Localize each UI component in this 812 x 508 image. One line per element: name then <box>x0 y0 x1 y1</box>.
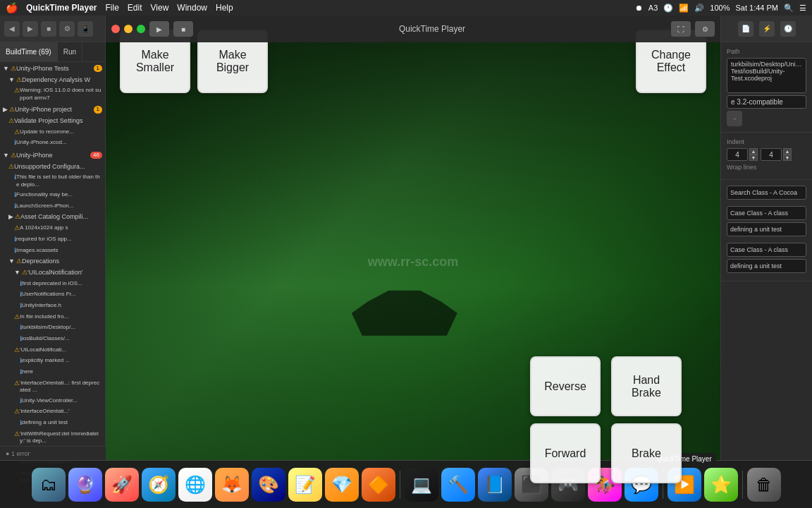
tree-item-project[interactable]: ▶ ⚠ Unity-iPhone project 1 <box>0 104 105 116</box>
menubar-window[interactable]: Window <box>177 3 207 13</box>
qt-settings-btn[interactable]: ⚙ <box>695 21 715 37</box>
tree-item-unsupported[interactable]: ⚠ Unsupported Configura... <box>0 162 105 173</box>
dock-photoshop[interactable]: 🎨 <box>252 468 285 502</box>
tree-item-1024[interactable]: ⚠ A 1024x1024 app s <box>0 223 105 234</box>
wifi-icon: 📶 <box>679 4 689 13</box>
tab-buildtime[interactable]: BuildTime (69) <box>0 42 58 61</box>
dock-finder[interactable]: 🗂 <box>32 468 66 502</box>
tree-item-viewcontroller[interactable]: ℹ Unity-ViewController... <box>0 396 105 407</box>
dock-chrome[interactable]: 🌐 <box>178 468 212 502</box>
tree-item-unityiface[interactable]: ℹ UnityInterface.h <box>0 301 105 312</box>
toolbar-stop-btn[interactable]: ■ <box>41 21 56 37</box>
inspector-history-btn[interactable]: 🕐 <box>780 21 796 37</box>
forward-button[interactable]: Forward <box>530 423 601 483</box>
apple-menu[interactable]: 🍎 <box>6 2 18 13</box>
tree-item-infile[interactable]: ⚠ In file included fro... <box>0 312 105 323</box>
tree-item-explicit[interactable]: ℹ explicitly marked ... <box>0 356 105 367</box>
menubar: 🍎 QuickTime Player File Edit View Window… <box>0 0 812 16</box>
toolbar-scheme-btn[interactable]: ⚙ <box>59 21 75 37</box>
tree-item-turkbiilsim[interactable]: ℹ turkbiilsim/Desktop/... <box>0 322 105 334</box>
tab-stepper: 4 ▲ ▼ <box>761 148 792 161</box>
tree-item-interface2[interactable]: ⚠ 'interfaceOrientati...' <box>0 406 105 418</box>
al3-indicator: A3 <box>648 4 658 12</box>
tree-item-uilocal2[interactable]: ⚠ 'UILocalNotificati... <box>0 345 105 356</box>
tree-item-dep[interactable]: ▼ ⚠ Dependency Analysis W <box>0 75 105 86</box>
inspector-file-btn[interactable]: 📄 <box>738 21 753 37</box>
right-panel: 📄 ⚡ 🕐 Path turkbiilsim/Desktop/Unity-Tes… <box>720 16 812 508</box>
tree-item-initwith1[interactable]: ⚠ 'initWithRequest:del Immediately:' is … <box>0 429 105 447</box>
hand-brake-button[interactable]: Hand Brake <box>611 356 682 416</box>
inspector-quick-btn[interactable]: ⚡ <box>759 21 775 37</box>
dock-starred[interactable]: ⭐ <box>704 468 738 502</box>
tree-item-asset[interactable]: ▶ ⚠ Asset Catalog Compili... <box>0 212 105 223</box>
tab-run[interactable]: Run <box>58 42 82 61</box>
right-class1: Search Class - A Cocoa <box>727 186 806 200</box>
dock-launchpad[interactable]: 🚀 <box>105 468 139 502</box>
close-button[interactable] <box>111 25 120 33</box>
volume-icon: 🔊 <box>694 4 704 13</box>
tree-item-tests[interactable]: ▼ ⚠ Unity-iPhone Tests 1 <box>0 64 105 75</box>
tree-item-first-dep[interactable]: ℹ first deprecated in iOS... <box>0 279 105 290</box>
menubar-file[interactable]: File <box>106 3 119 13</box>
tree-item-uilocal[interactable]: ▼ ⚠ 'UILocalNotification' <box>0 267 105 279</box>
menubar-quicktime[interactable]: QuickTime Player <box>26 3 97 13</box>
right-class3: defining a unit test <box>727 222 806 236</box>
tree-item-unittest[interactable]: ℹ defining a unit test <box>0 418 105 429</box>
right-label-indent: Indent <box>727 138 806 145</box>
notification-icon[interactable]: ☰ <box>799 4 806 13</box>
brake-button[interactable]: Brake <box>611 423 682 483</box>
indent-value: 4 <box>727 148 748 161</box>
tree-item-interface1[interactable]: ⚠ 'interfaceOrientati...: first deprecat… <box>0 378 105 396</box>
menubar-help[interactable]: Help <box>216 3 233 13</box>
right-label-path: Path <box>727 48 806 55</box>
tree-item-warn-ios[interactable]: ⚠ Warning: iOS 11.0.0 does not support a… <box>0 85 105 103</box>
dock-firefox[interactable]: 🦊 <box>215 468 249 502</box>
tree-item-file-set[interactable]: ℹ This file is set to buil older than th… <box>0 172 105 190</box>
right-field-path: turkbiilsim/Desktop/Unity-Test/iosBuild/… <box>727 58 806 93</box>
indent-down-btn[interactable]: ▼ <box>749 155 758 161</box>
qt-play-btn[interactable]: ▶ <box>149 21 169 37</box>
menubar-view[interactable]: View <box>151 3 169 13</box>
tab-stepper-btns[interactable]: ▲ ▼ <box>783 148 792 161</box>
tree-item-launch[interactable]: ℹ LaunchScreen-iPhon... <box>0 201 105 212</box>
tree-item-validate[interactable]: ⚠ Validate Project Settings <box>0 116 105 127</box>
tree-item-usernot[interactable]: ℹ UserNotifications Fr... <box>0 289 105 301</box>
toolbar-device-btn[interactable]: 📱 <box>78 21 93 37</box>
tree-item-here[interactable]: ℹ here <box>0 367 105 378</box>
dock-sketch[interactable]: 💎 <box>325 468 359 502</box>
indent-stepper-btns[interactable]: ▲ ▼ <box>749 148 758 161</box>
menubar-status: ⏺ A3 🕐 📶 🔊 100% Sat 1:44 PM 🔍 ☰ <box>635 4 806 13</box>
right-class5: defining a unit test <box>727 259 806 273</box>
tree-item-func[interactable]: ℹ Functionality may be... <box>0 190 105 201</box>
dock-siri[interactable]: 🔮 <box>68 468 102 502</box>
search-icon[interactable]: 🔍 <box>784 4 794 13</box>
dock-xcode[interactable]: 🔨 <box>441 468 475 502</box>
tree-item-required[interactable]: ℹ required for iOS app... <box>0 234 105 246</box>
maximize-button[interactable] <box>137 25 145 33</box>
tree-item-images[interactable]: ℹ Images.xcassets <box>0 246 105 257</box>
qt-fullscreen-btn[interactable]: ⛶ <box>671 21 691 37</box>
main-area: ◀ ▶ ■ ⚙ 📱 BuildTime (69) Run ▼ ⚠ Unity-i… <box>0 16 812 508</box>
tree-item-update[interactable]: ⚠ Update to recomme... <box>0 127 105 138</box>
dock: 🗂 🔮 🚀 🧭 🌐 🦊 🎨 📝 💎 🔶 💻 🔨 📘 ⬛ 🎮 🏇 💬 ▶️ Qui… <box>0 460 812 508</box>
dock-terminal[interactable]: 💻 <box>405 468 438 502</box>
qt-stop-btn[interactable]: ■ <box>173 21 193 37</box>
tree-item-deprecations[interactable]: ▼ ⚠ Deprecations <box>0 256 105 267</box>
dock-vscode[interactable]: 📘 <box>478 468 512 502</box>
tree-item-iosbuild[interactable]: ℹ iosBuild/Classes/... <box>0 334 105 345</box>
reverse-button[interactable]: Reverse <box>530 356 601 416</box>
toolbar-play-btn[interactable]: ▶ <box>23 21 38 37</box>
tree-item-xcode[interactable]: ℹ Unity-iPhone.xcod... <box>0 138 105 149</box>
dock-sketch2[interactable]: 🔶 <box>362 468 395 502</box>
menubar-edit[interactable]: Edit <box>128 3 142 13</box>
dock-notes[interactable]: 📝 <box>288 468 322 502</box>
dock-safari[interactable]: 🧭 <box>142 468 176 502</box>
tab-up-btn[interactable]: ▲ <box>783 148 792 155</box>
right-arrow-btn[interactable]: → <box>727 111 742 126</box>
toolbar-back-btn[interactable]: ◀ <box>4 21 20 37</box>
minimize-button[interactable] <box>124 25 133 33</box>
dock-trash[interactable]: 🗑 <box>747 468 781 502</box>
tree-item-main[interactable]: ▼ ⚠ Unity-iPhone 46 <box>0 150 105 162</box>
indent-up-btn[interactable]: ▲ <box>749 148 758 155</box>
tab-down-btn[interactable]: ▼ <box>783 155 792 161</box>
